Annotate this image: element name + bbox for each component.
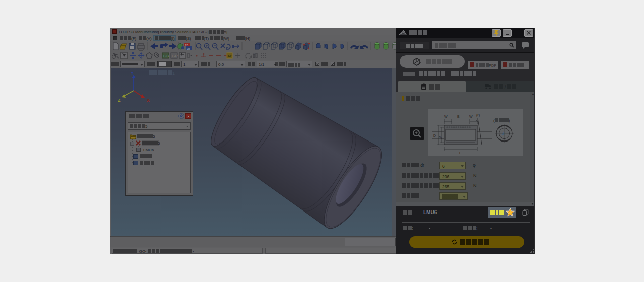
svg-text:GR: GR: [163, 54, 169, 58]
svg-text:Z: Z: [118, 98, 121, 103]
svg-text:30: 30: [187, 47, 190, 50]
svg-text:B: B: [457, 115, 460, 118]
svg-text:D₁: D₁: [439, 136, 442, 139]
svg-text:W: W: [444, 115, 448, 118]
svg-text:10: 10: [253, 52, 256, 55]
svg-text:D: D: [433, 134, 436, 137]
svg-text:dr: dr: [502, 132, 505, 135]
svg-text:(r): (r): [476, 113, 480, 117]
svg-text:W: W: [469, 115, 473, 118]
svg-text:20: 20: [185, 44, 189, 47]
svg-text:L: L: [459, 151, 461, 155]
svg-text:X: X: [147, 98, 150, 103]
svg-text:AP: AP: [228, 54, 233, 58]
svg-text:Y: Y: [131, 70, 134, 76]
svg-text:GR: GR: [172, 54, 178, 58]
